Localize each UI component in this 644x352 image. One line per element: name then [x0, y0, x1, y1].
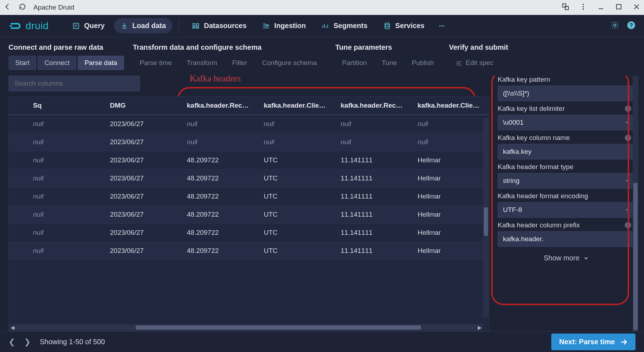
info-icon[interactable]: i [625, 105, 631, 112]
nav-services-label: Services [395, 22, 424, 30]
horizontal-scrollbar[interactable]: ◀ ▶ [9, 324, 483, 331]
back-icon[interactable] [4, 3, 11, 12]
topnav: druid Query Load data Datasources Ingest… [0, 15, 644, 37]
nav-ingestion[interactable]: Ingestion [256, 18, 312, 33]
col-checkbox[interactable] [9, 97, 27, 115]
pager-status: Showing 1-50 of 500 [40, 338, 105, 346]
table-cell: null [27, 242, 104, 260]
table-row[interactable]: null2023/06/2748.209722UTC11.141111Hellm… [9, 242, 489, 260]
svg-point-3 [583, 6, 584, 7]
col-dmg[interactable]: DMG [104, 97, 182, 115]
table-row[interactable]: null2023/06/27nullnullnullnull [9, 133, 489, 151]
svg-rect-5 [617, 4, 621, 9]
step-filter[interactable]: Filter [226, 56, 254, 70]
scroll-right-icon[interactable]: ▶ [476, 324, 483, 331]
select-key-delim-value: \u0001 [503, 119, 524, 126]
table-row[interactable]: null2023/06/27nullnullnullnull [9, 115, 489, 133]
svg-point-11 [385, 23, 389, 25]
section-tune-title: Tune parameters [335, 43, 449, 52]
next-button[interactable]: Next: Parse time [551, 334, 635, 350]
svg-rect-10 [196, 27, 199, 28]
nav-query[interactable]: Query [66, 18, 111, 33]
nav-more[interactable] [434, 18, 450, 33]
input-hdr-prefix[interactable] [498, 231, 635, 247]
panel-scrollbar[interactable] [633, 76, 638, 331]
table-cell: 2023/06/27 [104, 133, 182, 151]
svg-point-15 [614, 24, 616, 26]
translate-icon[interactable] [562, 3, 569, 12]
kebab-icon[interactable] [579, 3, 587, 12]
table-row[interactable]: null2023/06/2748.209722UTC11.141111Hellm… [9, 206, 489, 224]
table-cell: Hellmar [412, 224, 489, 242]
input-key-pattern[interactable] [498, 86, 635, 101]
col-kh-receive2[interactable]: kafka.header.Receive [335, 97, 412, 115]
select-hdr-fmt-enc[interactable]: UTF-8 [498, 202, 635, 218]
step-parse-data[interactable]: Parse data [78, 56, 124, 70]
maximize-icon[interactable] [615, 3, 623, 12]
col-sq[interactable]: Sq [27, 97, 104, 115]
show-more-button[interactable]: Show more [498, 250, 635, 266]
druid-logo[interactable]: druid [9, 19, 49, 33]
step-publish[interactable]: Publish [405, 56, 440, 70]
step-connect[interactable]: Connect [38, 56, 76, 70]
table-cell: 48.209722 [181, 206, 258, 224]
help-icon[interactable]: ? [627, 21, 635, 31]
table-cell [9, 133, 27, 151]
refresh-icon[interactable] [18, 3, 26, 12]
table-cell: null [335, 115, 412, 133]
table-cell [9, 242, 27, 260]
table-cell: UTC [258, 224, 335, 242]
col-kh-clientid[interactable]: kafka.header.ClientID [412, 97, 489, 115]
vertical-scrollbar[interactable] [483, 118, 489, 317]
wizard-steps: Connect and parse raw data Start Connect… [0, 37, 644, 70]
info-icon[interactable]: i [625, 135, 631, 141]
table-cell: 48.209722 [181, 169, 258, 188]
table-cell: null [27, 133, 104, 151]
nav-services[interactable]: Services [377, 18, 431, 33]
step-start[interactable]: Start [9, 56, 36, 70]
select-key-delim[interactable]: \u0001 [498, 115, 635, 130]
table-row[interactable]: null2023/06/2748.209722UTC11.141111Hellm… [9, 188, 489, 206]
table-cell: null [412, 133, 489, 151]
close-icon[interactable] [633, 3, 640, 12]
table-row[interactable]: null2023/06/2748.209722UTC11.141111Hellm… [9, 169, 489, 188]
table-row[interactable]: null2023/06/2748.209722UTC11.141111Hellm… [9, 151, 489, 169]
select-hdr-fmt-enc-value: UTF-8 [503, 206, 522, 214]
pager-prev-icon[interactable]: ❮ [9, 337, 15, 347]
input-key-colname[interactable] [498, 144, 635, 159]
col-kh-receive1[interactable]: kafka.header.Receive [181, 97, 258, 115]
svg-point-4 [583, 9, 584, 9]
table-cell: 2023/06/27 [104, 242, 182, 260]
step-edit-spec-label: Edit spec [466, 59, 493, 67]
step-config-schema[interactable]: Configure schema [255, 56, 324, 70]
pager-next-icon[interactable]: ❯ [24, 337, 31, 347]
table-cell: 2023/06/27 [104, 188, 182, 206]
svg-rect-9 [193, 27, 195, 28]
step-parse-time[interactable]: Parse time [133, 56, 179, 70]
minimize-icon[interactable] [597, 3, 605, 12]
config-panel: Kafka metadata options Kafka key pattern… [489, 76, 638, 331]
nav-datasources[interactable]: Datasources [185, 18, 253, 33]
search-input[interactable] [9, 76, 140, 91]
gear-icon[interactable] [611, 21, 619, 31]
col-kh-clienttime[interactable]: kafka.header.ClientTi [258, 97, 335, 115]
table-cell: null [27, 206, 104, 224]
nav-ingestion-label: Ingestion [274, 22, 306, 30]
nav-segments-label: Segments [334, 22, 368, 30]
nav-load-data[interactable]: Load data [114, 18, 172, 33]
label-key-delim: Kafka key list delimiter [498, 105, 565, 113]
step-edit-spec[interactable]: Edit spec [449, 56, 500, 70]
table-row[interactable]: null2023/06/2748.209722UTC11.141111Hellm… [9, 224, 489, 242]
scroll-left-icon[interactable]: ◀ [9, 324, 16, 331]
step-tune[interactable]: Tune [375, 56, 404, 70]
table-cell: null [27, 169, 104, 188]
nav-segments[interactable]: Segments [315, 18, 374, 33]
data-preview-panel: Kafka headers Sq DMG kafka.header.Receiv… [9, 76, 489, 331]
info-icon[interactable]: i [625, 222, 631, 228]
step-partition[interactable]: Partition [335, 56, 374, 70]
step-transform[interactable]: Transform [180, 56, 224, 70]
table-cell: Hellmar [412, 151, 489, 169]
svg-rect-7 [193, 23, 195, 26]
select-hdr-fmt-type[interactable]: string [498, 173, 635, 189]
label-hdr-prefix: Kafka header column prefix [498, 221, 580, 229]
